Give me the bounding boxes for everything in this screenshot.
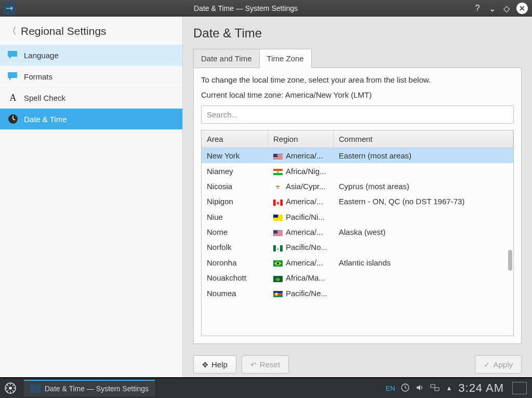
- table-row[interactable]: NomeAmerica/...Alaska (west): [202, 224, 513, 240]
- cell-region: Asia/Cypr...: [268, 179, 334, 194]
- cell-area: Niamey: [202, 163, 268, 178]
- table-row[interactable]: NouakchottAfrica/Ma...: [202, 270, 513, 285]
- network-icon[interactable]: [430, 384, 440, 393]
- sidebar-item-label: Formats: [24, 72, 52, 81]
- help-icon[interactable]: ?: [473, 4, 482, 13]
- sidebar-item-formats[interactable]: Formats: [0, 66, 182, 87]
- svg-rect-8: [273, 160, 283, 160]
- svg-rect-10: [273, 169, 283, 171]
- cell-area: Noumea: [202, 285, 268, 300]
- reset-button[interactable]: ↶ Reset: [242, 355, 289, 374]
- cell-area: Nome: [202, 224, 268, 240]
- cell-region: Africa/Nig...: [268, 163, 334, 178]
- sidebar-back[interactable]: 〈 Regional Settings: [0, 17, 182, 45]
- svg-rect-27: [273, 230, 277, 233]
- svg-line-45: [12, 390, 14, 392]
- clock[interactable]: 3:24 AM: [458, 381, 504, 395]
- flag-icon: [273, 290, 283, 296]
- page-title: Date & Time: [193, 26, 522, 41]
- svg-rect-50: [435, 388, 439, 391]
- table-row[interactable]: NorfolkPacific/No...: [202, 240, 513, 255]
- table-row[interactable]: New YorkAmerica/...Eastern (most areas): [202, 148, 513, 163]
- sidebar-item-label: Date & Time: [24, 115, 67, 124]
- tab-time-zone[interactable]: Time Zone: [260, 49, 312, 68]
- svg-rect-16: [273, 200, 276, 206]
- start-button[interactable]: [0, 378, 21, 398]
- table-row[interactable]: NiameyAfrica/Nig...: [202, 163, 513, 178]
- scrollbar-thumb[interactable]: [508, 250, 512, 271]
- flag-icon: [273, 275, 283, 281]
- cell-comment: [334, 275, 513, 281]
- table-row[interactable]: NoumeaPacific/Ne...: [202, 285, 513, 300]
- sidebar-item-spellcheck[interactable]: A Spell Check: [0, 87, 182, 109]
- volume-icon[interactable]: [416, 383, 424, 393]
- table-row[interactable]: NicosiaAsia/Cypr...Cyprus (most areas): [202, 179, 513, 194]
- search-input[interactable]: [201, 105, 514, 124]
- flag-icon: [273, 183, 283, 189]
- close-icon[interactable]: ✕: [516, 3, 528, 14]
- undo-icon: ↶: [250, 361, 257, 369]
- svg-rect-19: [273, 215, 278, 218]
- cell-region: America/...: [268, 148, 334, 163]
- table-header: Area Region Comment: [202, 130, 513, 148]
- table-row[interactable]: NiuePacific/Ni...: [202, 209, 513, 224]
- flag-icon: [273, 198, 283, 205]
- cell-comment: [334, 290, 513, 296]
- svg-rect-25: [273, 235, 283, 235]
- check-icon: ✓: [484, 361, 490, 369]
- cell-region: America/...: [268, 224, 334, 240]
- help-button[interactable]: ✥ Help: [193, 355, 236, 374]
- flag-icon: [273, 214, 283, 220]
- sidebar-item-language[interactable]: Language: [0, 45, 182, 66]
- tabs: Date and Time Time Zone: [193, 49, 522, 68]
- cell-area: Noronha: [202, 255, 268, 270]
- cell-comment: Eastern (most areas): [334, 148, 513, 163]
- content-area: 〈 Regional Settings Language Formats A S…: [0, 17, 532, 377]
- window-title: Date & Time — System Settings: [19, 4, 473, 12]
- svg-rect-30: [280, 245, 283, 251]
- instruction-text: To change the local time zone, select yo…: [201, 75, 514, 84]
- cell-region: Pacific/Ne...: [268, 285, 334, 300]
- maximize-icon[interactable]: ◇: [502, 4, 511, 14]
- column-area[interactable]: Area: [202, 130, 268, 148]
- timezone-table: Area Region Comment New YorkAmerica/...E…: [201, 130, 514, 336]
- speech-bubble-icon: [7, 50, 19, 60]
- svg-line-46: [7, 390, 8, 392]
- table-row[interactable]: NipigonAmerica/...Eastern - ON, QC (no D…: [202, 194, 513, 209]
- svg-rect-36: [273, 295, 283, 297]
- svg-rect-26: [273, 236, 283, 236]
- sidebar-header-label: Regional Settings: [21, 25, 107, 37]
- tray-expand-icon[interactable]: ▲: [446, 384, 452, 392]
- tab-date-and-time[interactable]: Date and Time: [193, 49, 260, 68]
- chevron-left-icon: 〈: [7, 25, 17, 37]
- apply-button[interactable]: ✓ Apply: [475, 355, 522, 374]
- button-label: Help: [211, 360, 228, 369]
- keyboard-layout-indicator[interactable]: EN: [385, 384, 395, 392]
- cell-area: New York: [202, 148, 268, 163]
- minimize-icon[interactable]: ⌄: [487, 4, 497, 14]
- svg-point-32: [277, 262, 280, 265]
- cell-comment: Cyprus (most areas): [334, 179, 513, 194]
- sidebar-item-label: Language: [24, 51, 59, 60]
- show-desktop-button[interactable]: [512, 382, 527, 394]
- svg-rect-9: [273, 154, 277, 157]
- column-comment[interactable]: Comment: [334, 130, 513, 148]
- cell-comment: [334, 214, 513, 220]
- cell-comment: Eastern - ON, QC (no DST 1967-73): [334, 194, 513, 209]
- cell-comment: [334, 244, 513, 250]
- updates-icon[interactable]: [401, 383, 409, 393]
- svg-rect-6: [273, 157, 283, 158]
- column-region[interactable]: Region: [268, 130, 334, 148]
- cell-area: Niue: [202, 209, 268, 224]
- svg-point-37: [275, 293, 278, 296]
- button-label: Apply: [493, 360, 513, 369]
- cell-area: Nipigon: [202, 194, 268, 209]
- cell-region: Pacific/Ni...: [268, 209, 334, 224]
- main-panel: Date & Time Date and Time Time Zone To c…: [183, 17, 532, 377]
- taskbar-item-systemsettings[interactable]: Date & Time — System Settings: [24, 380, 155, 396]
- svg-rect-34: [273, 291, 283, 293]
- taskbar-item-label: Date & Time — System Settings: [45, 384, 149, 393]
- sidebar-item-datetime[interactable]: Date & Time: [0, 109, 182, 130]
- table-row[interactable]: NoronhaAmerica/...Atlantic islands: [202, 255, 513, 270]
- svg-rect-29: [273, 245, 276, 251]
